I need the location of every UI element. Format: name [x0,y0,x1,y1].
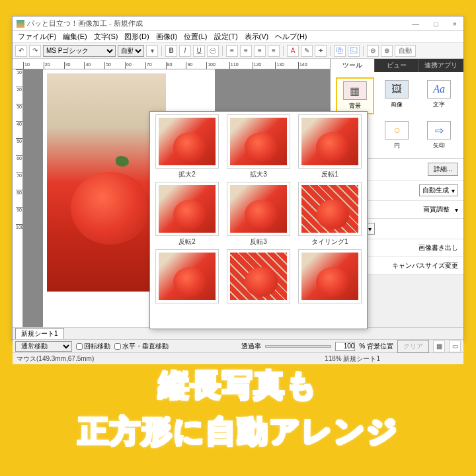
vertical-ruler: 102030405060708090100 [13,69,23,327]
popup-item[interactable]: 反転3 [224,182,293,247]
undo-button[interactable]: ↶ [15,45,27,57]
align-right-button[interactable]: ≡ [254,45,266,57]
menu-edit[interactable]: 編集(E) [60,32,90,42]
redo-button[interactable]: ↷ [29,45,41,57]
popup-item[interactable]: 反転1 [296,114,364,179]
popup-item[interactable] [296,249,364,305]
chevron-down-icon: ▾ [368,225,372,233]
toolbar: ↶ ↷ MS Pゴシック 自動 ▾ B I U ㊀ ≡ ≡ ≡ ≡ A ✎ ✦ … [13,43,463,59]
popup-item[interactable]: 拡大3 [224,114,293,179]
popup-item[interactable] [153,249,221,305]
menu-help[interactable]: ヘルプ(H) [272,32,309,42]
quality-label: 画質調整 [423,205,450,214]
zoom-in-button[interactable]: ⊕ [381,45,393,57]
popup-item[interactable]: 反転2 [153,182,221,247]
detail-button[interactable]: 詳細... [428,163,458,176]
autogen-select[interactable]: 自動生成▾ [419,184,458,196]
maximize-button[interactable]: □ [431,20,441,28]
font-select[interactable]: MS Pゴシック [43,45,116,57]
paste-button[interactable]: ⿺ [348,45,360,57]
app-icon [17,20,24,28]
tab-view[interactable]: ビュー [375,59,419,72]
close-button[interactable]: × [450,20,459,28]
arrow-icon: ⇨ [427,121,451,139]
menu-image[interactable]: 画像(I) [153,32,180,42]
copy-button[interactable]: ⿻ [334,45,346,57]
tab-tools[interactable]: ツール [331,59,375,72]
placed-image[interactable] [47,73,166,292]
tab-apps[interactable]: 連携アプリ [419,59,463,72]
chevron-down-icon[interactable]: ▾ [455,206,458,214]
menu-text[interactable]: 文字(S) [91,32,121,42]
bold-button[interactable]: B [165,45,177,57]
tool-text[interactable]: Aa文字 [420,77,458,114]
align-center-button[interactable]: ≡ [240,45,252,57]
italic-button[interactable]: I [179,45,191,57]
strike-button[interactable]: ㊀ [207,45,219,57]
zoom-out-button[interactable]: ⊖ [367,45,379,57]
menubar: ファイル(F) 編集(E) 文字(S) 図形(D) 画像(I) 位置(L) 設定… [13,31,463,43]
marketing-line1: 縦長写真も [159,365,318,406]
text-color-button[interactable]: A [287,45,299,57]
sheet-tab[interactable]: 新規シート1 [15,328,64,339]
panel-tabs: ツール ビュー 連携アプリ [331,59,463,72]
highlight-button[interactable]: ✎ [301,45,313,57]
tool-arrow[interactable]: ⇨矢印 [420,118,458,153]
export-label[interactable]: 画像書き出し [418,243,458,253]
auto-zoom-button[interactable]: 自動 [395,45,416,57]
align-left-button[interactable]: ≡ [226,45,238,57]
horizontal-ruler: 102030405060708090100110120130140 [13,59,330,69]
align-justify-button[interactable]: ≡ [268,45,280,57]
text-icon: Aa [427,80,451,99]
size-down-button[interactable]: ▾ [146,45,158,57]
underline-button[interactable]: U [193,45,205,57]
background-icon: ▦ [343,81,367,100]
popup-item[interactable]: タイリング1 [296,182,364,247]
canvas-resize-label[interactable]: キャンバスサイズ変更 [392,261,458,270]
popup-item[interactable]: 拡大2 [153,114,221,179]
image-icon: 🖼 [385,80,409,99]
tool-image[interactable]: 🖼画像 [378,77,416,114]
tool-circle[interactable]: ○円 [378,118,416,153]
window-title: パッと目立つ！画像加工 - 新規作成 [27,19,143,28]
effect-button[interactable]: ✦ [315,45,327,57]
minimize-button[interactable]: — [409,20,422,28]
menu-view[interactable]: 表示(V) [242,32,272,42]
menu-file[interactable]: ファイル(F) [15,32,59,42]
titlebar: パッと目立つ！画像加工 - 新規作成 — □ × [13,17,463,31]
window-controls: — □ × [409,20,459,28]
menu-shape[interactable]: 図形(D) [122,32,151,42]
tool-background[interactable]: ▦背景 [336,77,374,114]
marketing-line2: 正方形に自動アレンジ [78,411,399,452]
arrange-popup: 拡大2 拡大3 反転1 反転2 反転3 タイリング1 [149,111,368,329]
marketing-banner: 縦長写真も 正方形に自動アレンジ [0,341,476,476]
popup-item[interactable] [224,249,293,305]
chevron-down-icon: ▾ [452,187,455,194]
circle-icon: ○ [385,121,409,139]
menu-settings[interactable]: 設定(T) [212,32,241,42]
size-select[interactable]: 自動 [118,45,144,57]
menu-position[interactable]: 位置(L) [181,32,210,42]
